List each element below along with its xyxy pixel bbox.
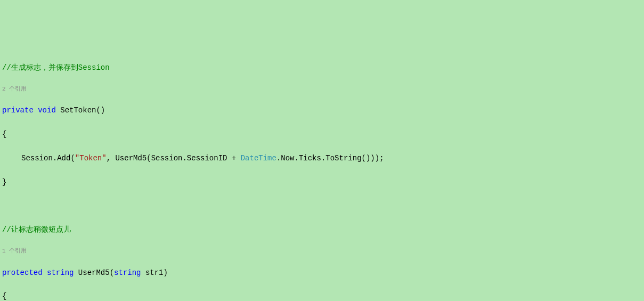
code-line: //生成标志，并保存到Session: [2, 62, 642, 74]
string-literal: "Token": [75, 154, 107, 162]
blank-line: [2, 200, 642, 211]
method-signature: protected string UserMd5(string str1): [2, 267, 642, 279]
method-name: UserMd5(: [74, 269, 114, 277]
keyword-private: private: [2, 106, 34, 115]
code-text: .Now.Ticks.ToString()));: [276, 154, 384, 162]
keyword-protected: protected: [2, 269, 43, 277]
keyword-string: string: [114, 269, 141, 277]
method-name: SetToken(): [56, 106, 105, 115]
brace-close: }: [2, 176, 642, 188]
method-signature: private void SetToken(): [2, 104, 642, 116]
keyword-string: string: [47, 269, 74, 277]
code-statement: Session.Add("Token", UserMd5(Session.Ses…: [2, 152, 642, 164]
param-name: str1): [141, 269, 168, 277]
code-line: //让标志稍微短点儿: [2, 224, 642, 235]
reference-count[interactable]: 2 个引用: [2, 86, 642, 93]
comment-text: //生成标志，并保存到Session: [2, 63, 110, 72]
keyword-void: void: [38, 106, 56, 115]
brace-open: {: [2, 128, 642, 140]
code-editor: //生成标志，并保存到Session 2 个引用 private void Se…: [2, 50, 642, 301]
type-name: DateTime: [241, 154, 276, 162]
comment-text: //让标志稍微短点儿: [2, 225, 71, 234]
brace-open: {: [2, 290, 642, 301]
code-text: , UserMd5(Session.SessionID +: [107, 154, 241, 162]
reference-count[interactable]: 1 个引用: [2, 248, 642, 255]
code-text: Session.Add(: [21, 154, 75, 162]
